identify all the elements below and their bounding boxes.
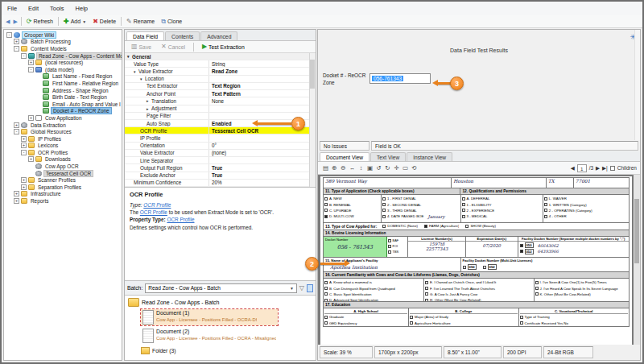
prev-page-icon[interactable]: ◀ xyxy=(571,165,575,172)
property-row[interactable]: Line Separator xyxy=(125,157,309,164)
tree-item[interactable]: +Batch Processing xyxy=(4,39,122,46)
zoom-out-icon[interactable]: ⊖ xyxy=(339,164,348,172)
scale-indicator[interactable]: Scale: 39 % xyxy=(320,346,373,358)
tab-data-field[interactable]: Data Field xyxy=(126,31,164,40)
batch-document[interactable]: Document (2)Cow App - Licensee - Positio… xyxy=(141,328,278,344)
help-body-link[interactable]: OCR Profile xyxy=(140,209,167,215)
property-row[interactable]: ▾General xyxy=(125,53,309,60)
property-row[interactable]: Output Full RegionTrue xyxy=(125,164,309,172)
tree-item[interactable]: +Scanner Profiles xyxy=(4,176,122,184)
tree-item[interactable]: First Name - Relative Region xyxy=(4,80,122,87)
property-row[interactable]: Orientation0° xyxy=(125,143,309,150)
back-icon[interactable]: ◀ xyxy=(4,19,11,25)
menu-file[interactable]: File xyxy=(2,3,23,14)
tree-expander-icon[interactable]: + xyxy=(14,122,19,128)
tree-item[interactable]: +Downloads xyxy=(4,156,122,163)
menu-edit[interactable]: Edit xyxy=(23,3,44,14)
tree-item[interactable]: -Global Resources xyxy=(4,128,122,135)
property-row[interactable]: OCR ProfileTesseract Cell OCR xyxy=(125,127,309,134)
pan-icon[interactable]: ✛ xyxy=(392,164,401,172)
save-button[interactable]: ▥Save xyxy=(128,43,155,51)
tree-item[interactable]: +Reports xyxy=(4,197,122,205)
thumbnails-panel-icon[interactable]: ▤ xyxy=(321,164,330,172)
tree-expander-icon[interactable]: - xyxy=(21,53,27,59)
tree-item[interactable]: Last Name - Fixed Region xyxy=(4,73,122,81)
clone-button[interactable]: ⧉Clone xyxy=(158,18,185,26)
property-row[interactable]: Text ExtractorText Region xyxy=(125,83,309,90)
tree-item[interactable]: +(local resources) xyxy=(4,59,122,66)
tree-item[interactable]: Tesseract Cell OCR xyxy=(4,170,122,177)
property-row[interactable]: ▸TranslationNone xyxy=(125,97,309,105)
fit-width-icon[interactable]: ↔ xyxy=(348,164,357,172)
property-row[interactable]: Minimum Confidence20% xyxy=(125,180,309,187)
tree-item[interactable]: -Grooper Wiki xyxy=(4,31,122,39)
property-row[interactable]: Exclude AnchorTrue xyxy=(125,172,309,180)
help-type-link[interactable]: OCR Profile xyxy=(143,202,171,208)
tree-item[interactable]: +IP Profiles xyxy=(4,135,122,143)
property-row[interactable]: IP Profile xyxy=(125,134,309,142)
rotate-right-icon[interactable]: ↻ xyxy=(383,164,392,172)
test-extraction-button[interactable]: ▶Test Extraction xyxy=(199,43,248,51)
help-ptype-link[interactable]: OCR Profile xyxy=(167,217,194,222)
children-checkbox[interactable] xyxy=(610,166,615,171)
tab-instance-view[interactable]: Instance View xyxy=(407,152,452,161)
select-region-icon[interactable]: ▭ xyxy=(401,164,410,172)
tree-item[interactable]: +Data Extraction xyxy=(4,122,122,129)
next-page-icon[interactable]: ▶ xyxy=(596,165,600,172)
batch-document[interactable]: Document (1)Cow App - Licensee - Positio… xyxy=(141,309,278,325)
tree-expander-icon[interactable]: - xyxy=(28,67,34,72)
tree-expander-icon[interactable]: + xyxy=(21,177,27,183)
tree-expander-icon[interactable]: - xyxy=(14,129,19,134)
rename-button[interactable]: ✎Rename xyxy=(123,18,158,26)
tab-text-view[interactable]: Text View xyxy=(370,152,406,161)
add-button[interactable]: ✚Add▼ xyxy=(60,18,89,26)
page-number-input[interactable]: 1 xyxy=(577,164,587,172)
property-grid-scrollbar[interactable] xyxy=(309,53,316,187)
batch-root-folder[interactable]: Read Zone - Cow Apps - Batch xyxy=(128,298,312,307)
tree-expander-icon[interactable]: - xyxy=(21,150,27,155)
tab-advanced[interactable]: Advanced xyxy=(200,31,237,40)
results-scrollbar[interactable] xyxy=(634,30,640,140)
fit-height-icon[interactable]: ↕ xyxy=(357,164,365,172)
property-row[interactable]: Value TypeString xyxy=(125,60,309,68)
tree-item[interactable]: Docket # - ReOCR Zone xyxy=(4,108,122,115)
tree-item[interactable]: -Content Models xyxy=(4,45,122,52)
tree-item[interactable]: +Lexicons xyxy=(4,143,122,150)
tab-contents[interactable]: Contents xyxy=(165,31,200,40)
tree-item[interactable]: -OCR Profiles xyxy=(4,149,122,156)
tree-expander-icon[interactable]: + xyxy=(28,115,34,121)
tree-expander-icon[interactable]: + xyxy=(14,198,19,204)
tab-document-view[interactable]: Document View xyxy=(320,152,369,161)
tree-item[interactable]: -(data model) xyxy=(4,66,122,73)
tree-item[interactable]: Address - Shape Region xyxy=(4,87,122,94)
property-row[interactable]: ▸Adjustment xyxy=(125,105,309,113)
tree-item[interactable]: Cow App OCR xyxy=(4,163,122,170)
menu-tools[interactable]: Tools xyxy=(44,3,70,14)
tree-item[interactable]: Email - Auto Snap and Value I xyxy=(4,101,122,108)
canvas-scrollbar[interactable] xyxy=(634,175,640,345)
zoom-in-icon[interactable]: ⊕ xyxy=(330,164,339,172)
tree-expander-icon[interactable]: + xyxy=(14,191,19,196)
property-row[interactable]: Value Extractor(none) xyxy=(125,150,309,157)
property-row[interactable]: ▾Location xyxy=(125,76,309,83)
tree-expander-icon[interactable]: - xyxy=(6,32,12,38)
menu-help[interactable]: Help xyxy=(70,3,93,14)
tree-expander-icon[interactable]: + xyxy=(21,184,27,190)
last-page-icon[interactable]: ▶| xyxy=(602,165,608,172)
tree-item[interactable]: +Infrastructure xyxy=(4,191,122,198)
refresh-button[interactable]: ⟳Refresh xyxy=(23,18,56,26)
batch-selector[interactable]: Read Zone - Cow Apps - Batch▼ xyxy=(145,283,297,293)
tree-expander-icon[interactable]: + xyxy=(28,60,34,65)
tree-expander-icon[interactable]: + xyxy=(21,143,27,148)
tree-item[interactable]: +Cow Application xyxy=(4,114,122,122)
actual-size-icon[interactable]: ▣ xyxy=(365,164,374,172)
forward-icon[interactable]: ▶ xyxy=(11,19,19,25)
tree-item[interactable]: -Read Zone - Cow Apps - Content Mod xyxy=(4,52,122,60)
tree-expander-icon[interactable]: + xyxy=(28,156,34,162)
property-row[interactable]: Page Filter xyxy=(125,113,309,120)
refresh-view-icon[interactable]: ⟲ xyxy=(410,164,419,172)
tree-item[interactable]: +Separation Profiles xyxy=(4,184,122,191)
field-value-box[interactable]: 056-761343 xyxy=(369,73,431,84)
batch-folder[interactable]: Folder (3) xyxy=(141,347,312,354)
document-icon[interactable] xyxy=(307,284,313,292)
